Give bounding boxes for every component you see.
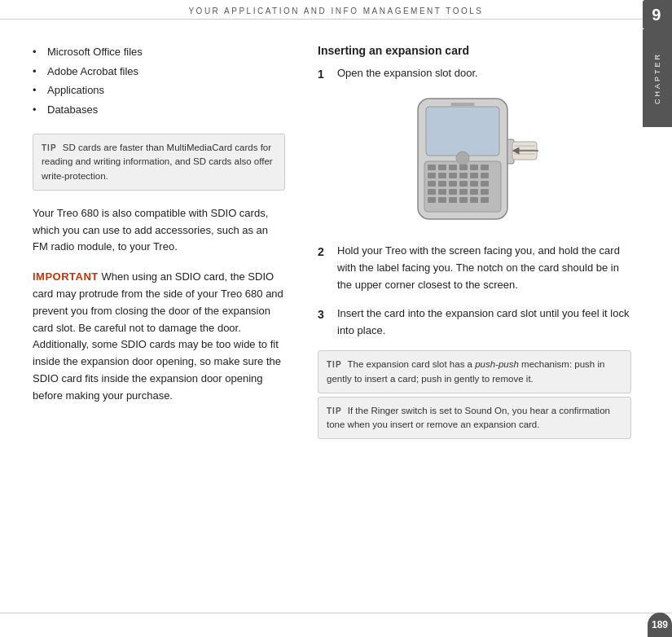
svg-rect-8 <box>470 165 478 170</box>
svg-rect-37 <box>514 145 535 147</box>
step-number-2: 2 <box>318 243 337 293</box>
tip-label-3: TIP <box>327 406 342 415</box>
list-item: Adobe Acrobat files <box>33 64 285 80</box>
tip-italic-text: push-push <box>475 359 519 369</box>
svg-rect-24 <box>449 189 457 195</box>
svg-rect-20 <box>470 181 478 187</box>
svg-rect-28 <box>428 197 436 203</box>
tip-text-before-italic: The expansion card slot has a <box>348 359 476 369</box>
svg-rect-26 <box>470 189 478 195</box>
step-text-3: Insert the card into the expansion card … <box>337 305 631 340</box>
page-footer: 189 <box>0 613 672 637</box>
list-item: Microsoft Office files <box>33 44 285 60</box>
svg-rect-5 <box>438 165 446 170</box>
step-text-2: Hold your Treo with the screen facing yo… <box>337 243 631 293</box>
chapter-badge: 9 <box>643 0 672 29</box>
svg-rect-1 <box>426 107 499 156</box>
tip-text: SD cards are faster than MultiMediaCard … <box>42 143 273 181</box>
svg-rect-18 <box>449 181 457 187</box>
tip-box-ringer: TIP If the Ringer switch is set to Sound… <box>318 397 631 440</box>
device-svg <box>402 94 548 229</box>
step-number-3: 3 <box>318 305 337 340</box>
bullet-list: Microsoft Office files Adobe Acrobat fil… <box>33 44 285 117</box>
chapter-side-label: CHAPTER <box>643 29 672 127</box>
svg-rect-25 <box>459 189 468 195</box>
list-item: Applications <box>33 82 285 99</box>
step-2: 2 Hold your Treo with the screen facing … <box>318 243 631 293</box>
page-number: 189 <box>648 613 672 637</box>
step-text-1: Open the expansion slot door. <box>337 65 631 83</box>
svg-rect-19 <box>459 181 468 187</box>
main-content: Microsoft Office files Adobe Acrobat fil… <box>0 20 672 602</box>
svg-rect-7 <box>459 165 468 170</box>
step-1: 1 Open the expansion slot door. <box>318 65 631 83</box>
svg-rect-22 <box>428 189 436 195</box>
svg-rect-4 <box>428 165 436 170</box>
svg-rect-31 <box>459 197 468 203</box>
header-title: YOUR APPLICATION AND INFO MANAGEMENT TOO… <box>188 7 483 15</box>
step-number-1: 1 <box>318 65 337 83</box>
page-header: YOUR APPLICATION AND INFO MANAGEMENT TOO… <box>0 0 672 20</box>
svg-rect-16 <box>428 181 436 187</box>
tip-label: TIP <box>42 143 57 152</box>
tip-text-ringer: If the Ringer switch is set to Sound On,… <box>327 406 610 429</box>
step-3: 3 Insert the card into the expansion car… <box>318 305 631 340</box>
left-column: Microsoft Office files Adobe Acrobat fil… <box>0 20 301 602</box>
body-paragraph-important: IMPORTANT When using an SDIO card, the S… <box>33 269 285 404</box>
svg-rect-33 <box>481 197 489 203</box>
svg-rect-9 <box>481 165 489 170</box>
tip-box-pushpush: TIP The expansion card slot has a push-p… <box>318 350 631 393</box>
device-illustration <box>318 94 631 231</box>
right-column: Inserting an expansion card 1 Open the e… <box>301 20 672 602</box>
tip-label-2: TIP <box>327 360 342 369</box>
svg-rect-30 <box>449 197 457 203</box>
tip-box-sdcard: TIP SD cards are faster than MultiMediaC… <box>33 134 285 191</box>
svg-rect-23 <box>438 189 446 195</box>
svg-rect-6 <box>449 165 457 170</box>
svg-rect-2 <box>450 103 475 106</box>
svg-rect-39 <box>514 153 535 155</box>
list-item: Databases <box>33 102 285 118</box>
svg-rect-29 <box>438 197 446 203</box>
body-paragraph-sdio: Your Treo 680 is also compatible with SD… <box>33 205 285 256</box>
svg-rect-11 <box>438 173 446 178</box>
svg-rect-32 <box>470 197 478 203</box>
svg-rect-15 <box>481 173 489 178</box>
svg-rect-17 <box>438 181 446 187</box>
svg-rect-10 <box>428 173 436 178</box>
svg-rect-14 <box>470 173 478 178</box>
important-label: IMPORTANT <box>33 270 99 283</box>
svg-rect-21 <box>481 181 489 187</box>
svg-point-34 <box>456 152 469 165</box>
svg-rect-12 <box>449 173 457 178</box>
svg-rect-13 <box>459 173 468 178</box>
section-heading: Inserting an expansion card <box>318 44 631 57</box>
svg-rect-27 <box>481 189 489 195</box>
important-text: When using an SDIO card, the SDIO card m… <box>33 270 283 402</box>
